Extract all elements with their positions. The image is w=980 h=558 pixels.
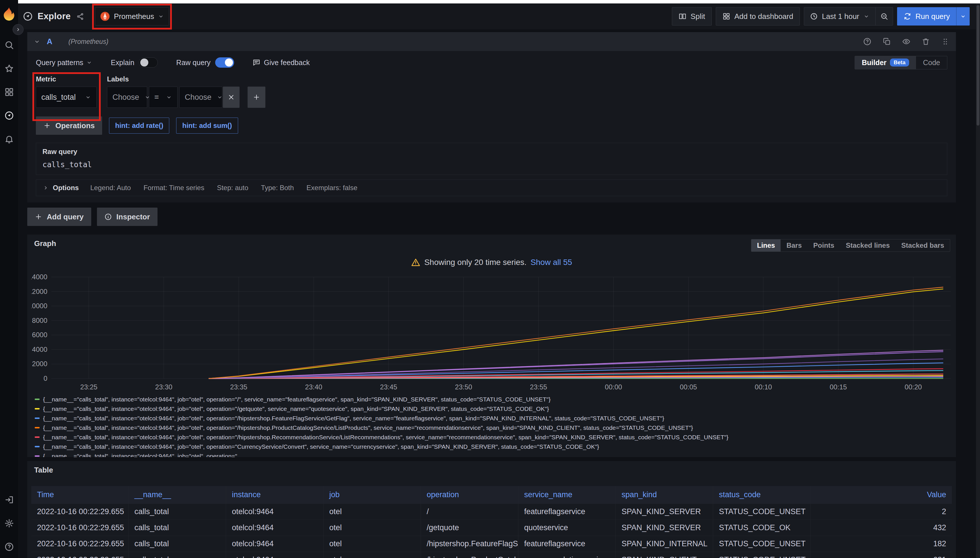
browser-edge-strip [10,0,980,3]
column-header-name[interactable]: __name__ [129,486,226,504]
show-all-series-link[interactable]: Show all 55 [531,258,572,267]
browser-scrollbar[interactable] [976,3,980,558]
scrollbar-thumb[interactable] [977,5,980,126]
trash-icon[interactable] [921,37,930,46]
search-icon[interactable] [4,40,14,50]
option-summary-item: Type: Both [261,184,294,192]
run-query-button[interactable]: Run query [897,7,970,26]
table-cell: featureflagservice [518,504,616,520]
legend-item-3[interactable]: {__name__="calls_total", instance="otelc… [35,423,952,432]
option-summary-item: Legend: Auto [90,184,131,192]
query-patterns-dropdown[interactable]: Query patterns [36,59,92,67]
legend-item-0[interactable]: {__name__="calls_total", instance="otelc… [35,395,952,404]
inspector-button[interactable]: Inspector [97,208,158,226]
run-query-dropdown[interactable] [956,7,970,26]
graph-mode-bars[interactable]: Bars [781,240,807,251]
time-series-chart[interactable]: 0200040006000800010000120001400023:2523:… [31,271,952,394]
editor-mode-switch: Builder Beta Code [855,56,947,69]
legend-swatch [35,427,39,428]
legend-swatch [35,417,39,419]
svg-text:23:25: 23:25 [81,383,97,391]
raw-query-text: calls_total [43,160,941,169]
code-mode-tab[interactable]: Code [916,56,947,69]
clock-icon [810,12,818,20]
query-row-header[interactable]: A (Prometheus) [27,32,956,51]
gear-icon[interactable] [4,519,14,528]
graph-mode-points[interactable]: Points [807,240,840,251]
nav-sidebar [0,0,18,558]
legend-swatch [35,437,39,438]
zoom-out-time-button[interactable] [875,7,893,25]
split-button[interactable]: Split [672,7,712,26]
option-summary-item: Step: auto [217,184,248,192]
graph-panel: Graph LinesBarsPointsStacked linesStacke… [27,235,956,457]
operations-button[interactable]: Operations [36,117,102,135]
label-value-select[interactable]: Choose [179,87,222,108]
remove-label-filter-button[interactable] [223,87,240,108]
legend-label: {__name__="calls_total", instance="otelc… [43,424,693,431]
column-header-servicename[interactable]: service_name [518,486,616,504]
legend-item-1[interactable]: {__name__="calls_total", instance="otelc… [35,404,952,414]
chevron-right-icon [43,185,49,191]
label-key-select[interactable]: Choose [107,87,147,108]
svg-text:23:35: 23:35 [230,383,247,391]
options-expander[interactable]: Options [43,184,79,192]
svg-text:23:30: 23:30 [155,383,173,391]
prometheus-logo-icon [100,11,110,21]
metric-select[interactable]: calls_total [36,87,97,108]
column-header-time[interactable]: Time [31,486,129,504]
column-header-instance[interactable]: instance [226,486,324,504]
table-cell: STATUS_CODE_UNSET [713,552,811,558]
eye-icon[interactable] [902,37,911,46]
legend-item-6[interactable]: {__name__="calls_total", instance="otelc… [35,451,952,457]
add-query-button[interactable]: Add query [27,208,91,226]
legend-label: {__name__="calls_total", instance="otelc… [43,396,551,403]
legend-item-5[interactable]: {__name__="calls_total", instance="otelc… [35,442,952,451]
add-to-dashboard-button[interactable]: Add to dashboard [716,7,800,26]
grafana-logo-icon[interactable] [2,7,16,22]
table-cell: /hipstershop.ProductCatalogS... [421,552,518,558]
column-header-operation[interactable]: operation [421,486,518,504]
help-circle-icon[interactable] [863,37,871,46]
legend-item-2[interactable]: {__name__="calls_total", instance="otelc… [35,414,952,423]
labels-label: Labels [107,75,265,83]
svg-text:00:20: 00:20 [904,383,922,391]
explain-toggle[interactable] [139,57,158,68]
add-label-filter-button[interactable] [248,87,265,108]
copy-icon[interactable] [883,37,891,46]
bell-icon[interactable] [4,134,14,144]
compass-icon[interactable] [4,111,14,120]
svg-text:6000: 6000 [32,331,47,339]
table-cell: /hipstershop.FeatureFlagServi... [421,536,518,552]
builder-mode-tab[interactable]: Builder Beta [855,56,916,69]
table-cell: STATUS_CODE_UNSET [713,504,811,520]
legend-label: {__name__="calls_total", instance="otelc… [43,405,549,412]
column-header-spankind[interactable]: span_kind [616,486,713,504]
give-feedback-link[interactable]: Give feedback [252,59,310,67]
options-summary: Legend: AutoFormat: Time seriesStep: aut… [90,184,357,192]
sign-in-icon[interactable] [4,495,14,505]
time-range-button[interactable]: Last 1 hour [804,7,875,25]
chevron-down-icon [217,94,223,100]
chevron-down-icon [863,13,870,20]
datasource-picker[interactable]: Prometheus [95,7,169,26]
column-header-statuscode[interactable]: status_code [713,486,811,504]
help-icon[interactable] [4,542,14,552]
share-icon[interactable] [76,13,84,20]
column-header-value[interactable]: Value [811,486,952,504]
star-icon[interactable] [4,64,14,74]
sidebar-expand-button[interactable] [13,24,23,35]
label-operator-select[interactable]: = [149,87,178,108]
drag-handle-icon[interactable] [941,37,950,46]
graph-mode-lines[interactable]: Lines [751,240,781,251]
raw-query-toggle[interactable] [215,57,234,68]
graph-mode-stacked-bars[interactable]: Stacked bars [896,240,950,251]
svg-text:00:00: 00:00 [605,383,622,391]
table-cell: calls_total [129,536,226,552]
graph-mode-stacked-lines[interactable]: Stacked lines [840,240,895,251]
query-hint-button-1[interactable]: hint: add sum() [176,118,238,134]
column-header-job[interactable]: job [324,486,421,504]
apps-icon[interactable] [4,87,14,97]
query-hint-button-0[interactable]: hint: add rate() [109,118,169,134]
legend-item-4[interactable]: {__name__="calls_total", instance="otelc… [35,432,952,442]
